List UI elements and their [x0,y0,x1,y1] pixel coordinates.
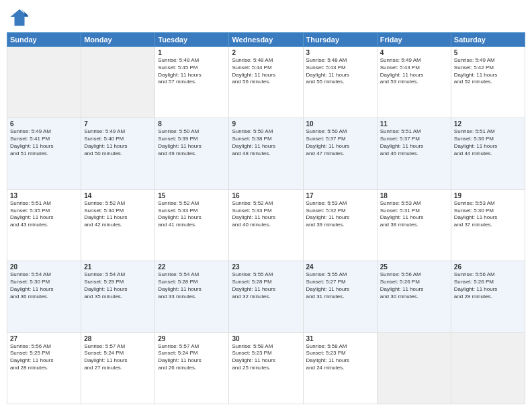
day-number: 20 [10,263,78,271]
day-info: Sunrise: 5:51 AM Sunset: 5:36 PM Dayligh… [454,128,522,157]
page: SundayMondayTuesdayWednesdayThursdayFrid… [0,0,532,411]
day-number: 13 [10,192,78,199]
day-number: 27 [10,335,78,342]
calendar-header-thursday: Thursday [303,33,377,47]
calendar-cell: 29Sunrise: 5:57 AM Sunset: 5:24 PM Dayli… [155,332,229,404]
day-info: Sunrise: 5:56 AM Sunset: 5:25 PM Dayligh… [10,343,78,372]
calendar-cell: 31Sunrise: 5:58 AM Sunset: 5:23 PM Dayli… [303,332,377,404]
day-number: 31 [306,335,374,342]
day-info: Sunrise: 5:54 AM Sunset: 5:28 PM Dayligh… [158,271,226,300]
logo-icon [9,7,30,27]
calendar-table: SundayMondayTuesdayWednesdayThursdayFrid… [7,32,525,404]
day-number: 22 [158,263,226,271]
day-number: 18 [380,192,448,199]
calendar-cell: 12Sunrise: 5:51 AM Sunset: 5:36 PM Dayli… [451,118,525,189]
calendar-cell [7,47,81,118]
day-info: Sunrise: 5:51 AM Sunset: 5:37 PM Dayligh… [380,128,448,157]
calendar-header-tuesday: Tuesday [155,33,229,47]
calendar-header-monday: Monday [81,33,155,47]
calendar-cell: 15Sunrise: 5:52 AM Sunset: 5:33 PM Dayli… [155,189,229,261]
day-number: 29 [158,335,226,342]
calendar-header-saturday: Saturday [451,33,525,47]
day-info: Sunrise: 5:53 AM Sunset: 5:30 PM Dayligh… [454,200,522,229]
day-info: Sunrise: 5:54 AM Sunset: 5:30 PM Dayligh… [10,271,78,300]
day-info: Sunrise: 5:58 AM Sunset: 5:23 PM Dayligh… [306,343,374,372]
day-number: 8 [158,120,226,128]
day-number: 9 [232,120,300,128]
day-info: Sunrise: 5:49 AM Sunset: 5:43 PM Dayligh… [380,57,448,86]
day-info: Sunrise: 5:54 AM Sunset: 5:29 PM Dayligh… [84,271,152,300]
calendar-cell: 14Sunrise: 5:52 AM Sunset: 5:34 PM Dayli… [81,189,155,261]
logo [9,7,32,27]
calendar-cell: 8Sunrise: 5:50 AM Sunset: 5:39 PM Daylig… [155,118,229,189]
calendar-header-friday: Friday [377,33,451,47]
calendar-cell: 4Sunrise: 5:49 AM Sunset: 5:43 PM Daylig… [377,47,451,118]
calendar-cell: 23Sunrise: 5:55 AM Sunset: 5:28 PM Dayli… [229,261,303,332]
day-info: Sunrise: 5:50 AM Sunset: 5:39 PM Dayligh… [158,128,226,157]
day-number: 5 [454,49,522,56]
calendar-header-wednesday: Wednesday [229,33,303,47]
day-number: 15 [158,192,226,199]
calendar-cell: 18Sunrise: 5:53 AM Sunset: 5:31 PM Dayli… [377,189,451,261]
day-number: 19 [454,192,522,199]
calendar-cell: 1Sunrise: 5:48 AM Sunset: 5:45 PM Daylig… [155,47,229,118]
calendar-cell: 26Sunrise: 5:56 AM Sunset: 5:26 PM Dayli… [451,261,525,332]
calendar-week-row: 1Sunrise: 5:48 AM Sunset: 5:45 PM Daylig… [7,47,525,118]
day-info: Sunrise: 5:52 AM Sunset: 5:34 PM Dayligh… [84,200,152,229]
day-number: 28 [84,335,152,342]
day-number: 12 [454,120,522,128]
day-info: Sunrise: 5:52 AM Sunset: 5:33 PM Dayligh… [158,200,226,229]
calendar-cell: 2Sunrise: 5:48 AM Sunset: 5:44 PM Daylig… [229,47,303,118]
day-info: Sunrise: 5:53 AM Sunset: 5:32 PM Dayligh… [306,200,374,229]
calendar-cell: 24Sunrise: 5:55 AM Sunset: 5:27 PM Dayli… [303,261,377,332]
day-info: Sunrise: 5:48 AM Sunset: 5:43 PM Dayligh… [306,57,374,86]
day-info: Sunrise: 5:49 AM Sunset: 5:40 PM Dayligh… [84,128,152,157]
day-number: 6 [10,120,78,128]
calendar-cell: 13Sunrise: 5:51 AM Sunset: 5:35 PM Dayli… [7,189,81,261]
day-number: 11 [380,120,448,128]
day-info: Sunrise: 5:56 AM Sunset: 5:26 PM Dayligh… [454,271,522,300]
header [7,7,525,27]
day-info: Sunrise: 5:51 AM Sunset: 5:35 PM Dayligh… [10,200,78,229]
day-info: Sunrise: 5:57 AM Sunset: 5:24 PM Dayligh… [84,343,152,372]
day-number: 24 [306,263,374,271]
day-number: 16 [232,192,300,199]
calendar-header-sunday: Sunday [7,33,81,47]
day-number: 30 [232,335,300,342]
day-info: Sunrise: 5:57 AM Sunset: 5:24 PM Dayligh… [158,343,226,372]
day-number: 17 [306,192,374,199]
day-info: Sunrise: 5:48 AM Sunset: 5:44 PM Dayligh… [232,57,300,86]
day-number: 7 [84,120,152,128]
calendar-week-row: 27Sunrise: 5:56 AM Sunset: 5:25 PM Dayli… [7,332,525,404]
day-number: 25 [380,263,448,271]
day-number: 10 [306,120,374,128]
day-info: Sunrise: 5:58 AM Sunset: 5:23 PM Dayligh… [232,343,300,372]
calendar-cell [81,47,155,118]
day-info: Sunrise: 5:49 AM Sunset: 5:42 PM Dayligh… [454,57,522,86]
calendar-cell: 19Sunrise: 5:53 AM Sunset: 5:30 PM Dayli… [451,189,525,261]
day-info: Sunrise: 5:49 AM Sunset: 5:41 PM Dayligh… [10,128,78,157]
calendar-week-row: 6Sunrise: 5:49 AM Sunset: 5:41 PM Daylig… [7,118,525,189]
day-number: 26 [454,263,522,271]
calendar-cell: 3Sunrise: 5:48 AM Sunset: 5:43 PM Daylig… [303,47,377,118]
day-number: 4 [380,49,448,56]
calendar-cell: 10Sunrise: 5:50 AM Sunset: 5:37 PM Dayli… [303,118,377,189]
day-info: Sunrise: 5:50 AM Sunset: 5:37 PM Dayligh… [306,128,374,157]
day-info: Sunrise: 5:53 AM Sunset: 5:31 PM Dayligh… [380,200,448,229]
calendar-cell: 17Sunrise: 5:53 AM Sunset: 5:32 PM Dayli… [303,189,377,261]
calendar-cell: 20Sunrise: 5:54 AM Sunset: 5:30 PM Dayli… [7,261,81,332]
calendar-cell: 11Sunrise: 5:51 AM Sunset: 5:37 PM Dayli… [377,118,451,189]
calendar-cell [451,332,525,404]
day-info: Sunrise: 5:50 AM Sunset: 5:38 PM Dayligh… [232,128,300,157]
calendar-header-row: SundayMondayTuesdayWednesdayThursdayFrid… [7,33,525,47]
day-info: Sunrise: 5:48 AM Sunset: 5:45 PM Dayligh… [158,57,226,86]
day-info: Sunrise: 5:52 AM Sunset: 5:33 PM Dayligh… [232,200,300,229]
day-number: 23 [232,263,300,271]
calendar-cell: 22Sunrise: 5:54 AM Sunset: 5:28 PM Dayli… [155,261,229,332]
day-number: 3 [306,49,374,56]
day-number: 1 [158,49,226,56]
calendar-cell: 30Sunrise: 5:58 AM Sunset: 5:23 PM Dayli… [229,332,303,404]
calendar-cell: 16Sunrise: 5:52 AM Sunset: 5:33 PM Dayli… [229,189,303,261]
calendar-cell: 27Sunrise: 5:56 AM Sunset: 5:25 PM Dayli… [7,332,81,404]
day-info: Sunrise: 5:55 AM Sunset: 5:28 PM Dayligh… [232,271,300,300]
